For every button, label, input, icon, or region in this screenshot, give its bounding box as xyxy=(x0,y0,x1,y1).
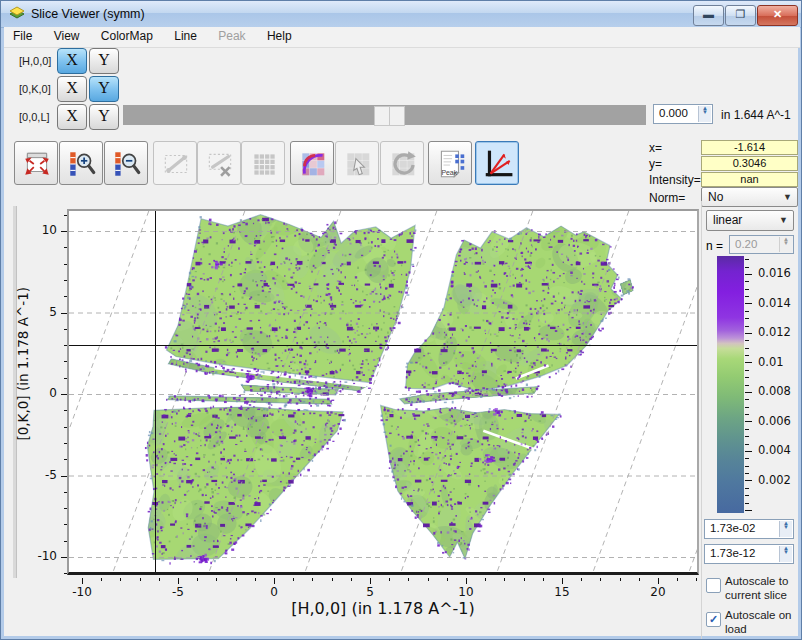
colorbar-tick xyxy=(745,503,749,504)
minimize-button[interactable]: ▬ xyxy=(693,5,724,26)
dim-h00-x-button[interactable]: X xyxy=(57,48,87,74)
colorbar-tick xyxy=(745,495,749,496)
autoscale-slice-label: Autoscale to current slice xyxy=(725,574,801,602)
dim-0k0-y-button[interactable]: Y xyxy=(89,76,119,102)
peaks-overlay-button[interactable]: Peak xyxy=(428,141,472,185)
colorbar-tick xyxy=(745,303,752,304)
slice-plot-canvas[interactable] xyxy=(69,211,697,572)
titlebar[interactable]: Slice Viewer (symm) ▬ ❐ ✕ xyxy=(1,1,802,28)
tick-mark xyxy=(64,427,67,428)
tick-mark xyxy=(101,578,102,581)
colorbar-tick-label: 0.016 xyxy=(758,266,791,280)
tick-mark xyxy=(61,476,67,477)
dim-0k0-x-button[interactable]: X xyxy=(57,76,87,102)
zoom-in-icon xyxy=(66,148,98,180)
spin-arrows-icon[interactable]: ▲▼ xyxy=(779,546,792,562)
tick-mark xyxy=(64,264,67,265)
tick-mark xyxy=(389,578,390,581)
tick-mark xyxy=(639,578,640,581)
colorbar-tick xyxy=(745,429,749,430)
slice-value-spinbox[interactable]: 0.000 ▲▼ xyxy=(653,104,713,124)
maximize-button[interactable]: ❐ xyxy=(725,5,756,26)
tick-mark xyxy=(120,578,121,581)
scale-type-value: linear xyxy=(713,213,742,227)
tick-mark xyxy=(64,215,67,216)
rebin-lock-button xyxy=(335,141,379,185)
window-frame xyxy=(798,1,801,640)
splitter-divider[interactable] xyxy=(701,201,702,640)
slice-value: 0.000 xyxy=(659,107,688,119)
dim-00l-x-button[interactable]: X xyxy=(57,104,87,130)
colorbar-tick xyxy=(745,466,749,467)
tick-mark xyxy=(82,578,83,584)
tick-mark xyxy=(178,578,179,584)
colorbar-tick xyxy=(745,510,752,511)
menu-file[interactable]: File xyxy=(4,27,41,45)
grid-lines-button xyxy=(241,141,285,185)
autoscale-load-checkbox[interactable]: ✓ xyxy=(706,612,721,627)
colorbar-max-spinbox[interactable]: 1.73e-02 ▲▼ xyxy=(704,519,794,539)
y-axis-label-wrap: [0,K,0] (in 1.178 A^-1) xyxy=(15,287,37,497)
colorbar-tick-label: 0.012 xyxy=(758,325,791,339)
spin-arrows-icon[interactable]: ▲▼ xyxy=(698,106,711,122)
tick-mark xyxy=(581,578,582,581)
slider-handle[interactable] xyxy=(374,106,390,126)
menu-line[interactable]: Line xyxy=(165,27,206,45)
peaks-overlay-icon: Peak xyxy=(435,148,467,180)
colorbar-tick xyxy=(745,311,749,312)
tick-mark xyxy=(504,578,505,581)
norm-dropdown[interactable]: No ▼ xyxy=(701,187,798,207)
tick-mark xyxy=(159,578,160,581)
spin-arrows-icon[interactable]: ▲▼ xyxy=(779,521,792,537)
colorbar-tick xyxy=(745,281,749,282)
tick-mark xyxy=(64,524,67,525)
colorbar[interactable] xyxy=(717,256,744,513)
menu-colormap[interactable]: ColorMap xyxy=(92,27,162,45)
x-tick-label: 15 xyxy=(546,585,578,599)
power-n-value: 0.20 xyxy=(735,238,757,250)
colorbar-tick-label: 0.002 xyxy=(758,473,791,487)
menu-peak: Peak xyxy=(209,27,254,45)
colorbar-tick xyxy=(745,473,749,474)
dim-label-0k0: [0,K,0] xyxy=(19,83,51,95)
menubar: File View ColorMap Line Peak Help xyxy=(4,27,800,48)
colorbar-tick xyxy=(745,289,749,290)
x-tick-label: -10 xyxy=(66,585,98,599)
menu-help[interactable]: Help xyxy=(258,27,301,45)
dim-00l-y-button[interactable]: Y xyxy=(89,104,119,130)
tick-mark xyxy=(658,578,659,584)
tick-mark xyxy=(428,578,429,581)
colorbar-tick xyxy=(745,480,752,481)
tick-mark xyxy=(64,296,67,297)
x-tick-label: -5 xyxy=(162,585,194,599)
norm-label: Norm= xyxy=(649,191,685,205)
rebin-mode-button[interactable] xyxy=(290,141,334,185)
slice-viewer-window: Slice Viewer (symm) ▬ ❐ ✕ File View Colo… xyxy=(0,0,802,640)
colorbar-min-value: 1.73e-12 xyxy=(710,547,755,559)
tick-mark xyxy=(64,459,67,460)
tick-mark xyxy=(140,578,141,581)
scale-type-dropdown[interactable]: linear ▼ xyxy=(706,210,794,231)
colorbar-tick xyxy=(745,259,749,260)
colorbar-tick-label: 0.006 xyxy=(758,414,791,428)
nonorthogonal-view-button[interactable] xyxy=(475,141,519,185)
maximize-icon: ❐ xyxy=(736,8,746,20)
slice-slider[interactable] xyxy=(123,105,646,125)
autoscale-slice-checkbox[interactable] xyxy=(706,578,721,593)
zoom-out-button[interactable] xyxy=(104,141,148,185)
reset-view-button[interactable] xyxy=(14,141,58,185)
dim-h00-y-button[interactable]: Y xyxy=(89,48,119,74)
close-button[interactable]: ✕ xyxy=(757,5,798,26)
tick-mark xyxy=(64,247,67,248)
colorbar-tick xyxy=(745,421,752,422)
zoom-out-icon xyxy=(111,148,143,180)
colorbar-min-spinbox[interactable]: 1.73e-12 ▲▼ xyxy=(704,544,794,564)
menu-view[interactable]: View xyxy=(45,27,89,45)
readout-x-label: x= xyxy=(649,141,662,155)
x-tick-label: 20 xyxy=(642,585,674,599)
zoom-in-button[interactable] xyxy=(59,141,103,185)
slider-handle[interactable] xyxy=(389,106,405,126)
tick-mark xyxy=(64,573,67,574)
tick-mark xyxy=(447,578,448,581)
window-frame xyxy=(1,1,4,640)
